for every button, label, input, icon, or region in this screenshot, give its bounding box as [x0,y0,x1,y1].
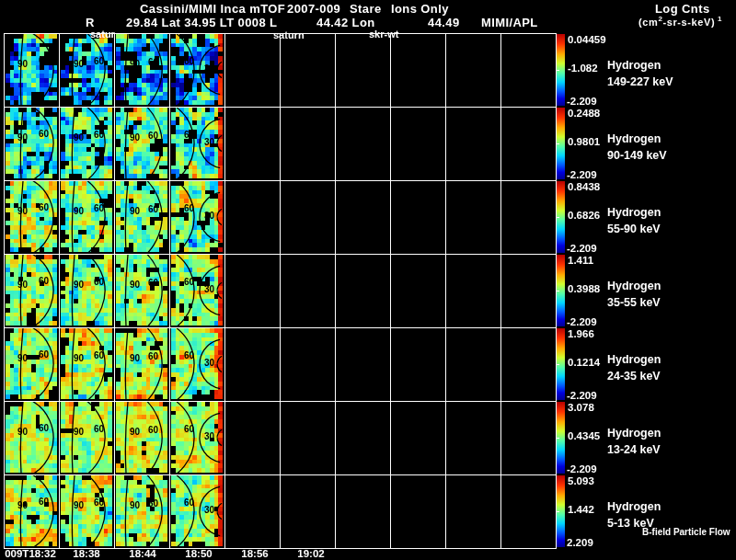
pitch-label-60-r5c2: 60 [148,426,158,435]
cb-max-row1: 0.2488 [568,109,600,120]
cb-mid-row5: 0.4345 [568,431,600,442]
pitch-label-60-r1c2: 60 [148,131,158,141]
pitch-label-90-r1c0: 90 [17,133,28,143]
title-mode: Stare [350,3,382,15]
energy-row1: 90-149 keV [607,150,667,162]
cb-max-row6: 5.093 [568,476,594,487]
cb-min-row3: -2.209 [567,317,597,328]
cb-min-row4: -2.209 [567,391,597,402]
species-row0: Hydrogen [607,60,661,72]
pitch-label-60-r0c0: 60 [39,56,49,65]
pitch-label-60-r2c0: 60 [39,203,49,212]
cb-max-row0: 0.04459 [568,35,606,46]
cb-mid-row4: 0.1214 [568,358,600,369]
pitch-label-90-r6c2: 90 [130,501,140,510]
species-row1: Hydrogen [607,133,661,145]
pitch-label-60-r3c2: 60 [148,279,158,288]
ephem-r-label: R [86,17,95,29]
pitch-label-90-r5c2: 90 [130,428,140,437]
pitch-label-90-r3c2: 90 [130,280,140,290]
pitch-label-30-r0c3: 30 [204,64,214,74]
ephem-source: MIMI/APL [481,17,538,29]
cb-min-row5: -2.209 [567,464,597,475]
pitch-label-60-r6c0: 60 [39,497,49,507]
species-row2: Hydrogen [607,207,661,219]
pitch-label-90-r4c2: 90 [130,354,140,363]
cb-max-row2: 0.8438 [568,182,600,193]
time-tick-label-0: 009T18:32 [5,549,56,560]
energy-row6: 5-13 keV [607,518,654,530]
pitch-label-60-r6c1: 60 [94,498,104,508]
overlay-label-0: satur [90,29,115,40]
pitch-label-60-r4c3: 60 [184,351,194,360]
pitch-label-60-r2c1: 60 [94,204,104,213]
pitch-label-90-r2c0: 90 [17,207,28,216]
pitch-label-60-r6c3: 60 [184,498,194,508]
pitch-label-30-r6c3: 30 [204,506,214,515]
species-row5: Hydrogen [607,428,661,440]
time-tick-label-5: 19:02 [297,549,324,560]
pitch-label-60-r5c0: 60 [39,424,49,433]
pitch-label-60-r2c2: 60 [148,205,158,214]
pitch-label-90-r4c1: 90 [74,354,84,363]
pitch-label-90-r4c0: 90 [17,354,28,363]
species-row4: Hydrogen [607,354,661,366]
pitch-label-60-r3c1: 60 [94,278,104,287]
pitch-label-60-r1c1: 60 [94,131,104,140]
pitch-label-60-r0c3: 60 [184,57,194,66]
time-tick-label-2: 18:44 [129,549,155,560]
pitch-label-90-r2c2: 90 [130,207,140,216]
title-ions: Ions Only [391,3,449,15]
colorbar-units: (cm2-sr-s-keV) 1 [638,16,722,28]
pitch-label-60-r6c2: 60 [148,499,158,509]
pitch-label-90-r3c1: 90 [74,280,84,290]
energy-row2: 55-90 keV [607,223,661,235]
colorbar-title: Log Cnts [655,3,710,15]
pitch-label-60-r2c3: 60 [184,204,194,213]
pitch-label-60-r1c3: 60 [184,131,194,140]
ephem-block2: 44.42 Lon [316,17,375,29]
title-date: 2007-009 [287,3,340,15]
pitch-label-30-r2c3: 30 [204,211,214,221]
cb-mid-row2: 0.6826 [568,211,600,222]
bfield-flow-label: B-field Particle Flow [642,528,730,537]
energy-row4: 24-35 keV [607,371,661,383]
pitch-label-90-r0c1: 90 [74,60,84,69]
ephem-block3: 44.49 [428,17,460,29]
cb-min-row0: -2.209 [567,97,597,108]
pitch-label-60-r5c3: 60 [184,425,194,434]
energy-row0: 149-227 keV [607,76,673,88]
cb-mid-row3: 0.3988 [568,284,600,295]
cb-min-row6: 2.209 [567,538,593,549]
cb-mid-row1: 0.9801 [568,137,600,148]
pitch-label-90-r6c1: 90 [74,501,84,510]
pitch-label-60-r4c1: 60 [94,351,104,360]
cb-min-row2: -2.209 [567,244,597,255]
pitch-label-90-r5c0: 90 [17,428,28,437]
title-mission: Cassini/MIMI Inca mTOF [140,3,285,15]
pitch-label-60-r1c0: 60 [39,130,49,139]
ephem-block1: 29.84 Lat 34.95 LT 0008 L [126,17,277,29]
pitch-label-90-r6c0: 90 [17,501,28,510]
cb-max-row5: 3.078 [568,403,594,414]
pitch-label-90-r1c2: 90 [130,133,140,143]
spectrogram-screen: Cassini/MIMI Inca mTOF 2007-009 Stare Io… [0,0,736,560]
pitch-label-60-r4c0: 60 [39,350,49,360]
overlay-label-1: saturn [273,30,305,40]
pitch-label-30-r4c3: 30 [204,359,214,368]
cb-min-row1: -2.209 [567,170,597,181]
pitch-label-30-r1c3: 30 [204,138,214,147]
pitch-label-90-r0c2: 90 [130,60,140,69]
energy-row5: 13-24 keV [607,444,661,456]
pitch-label-60-r0c2: 60 [148,58,158,67]
pitch-label-30-r5c3: 30 [204,432,214,441]
cb-mid-row6: 1.442 [568,505,594,516]
pitch-label-90-r5c1: 90 [74,428,84,437]
pitch-label-90-r0c0: 90 [17,60,28,69]
cb-max-row4: 1.966 [568,329,594,340]
species-row3: Hydrogen [607,280,661,292]
time-tick-label-3: 18:50 [185,549,212,560]
pitch-label-90-r1c1: 90 [74,133,84,143]
pitch-label-60-r0c1: 60 [94,57,104,66]
pitch-label-60-r3c3: 60 [184,278,194,287]
